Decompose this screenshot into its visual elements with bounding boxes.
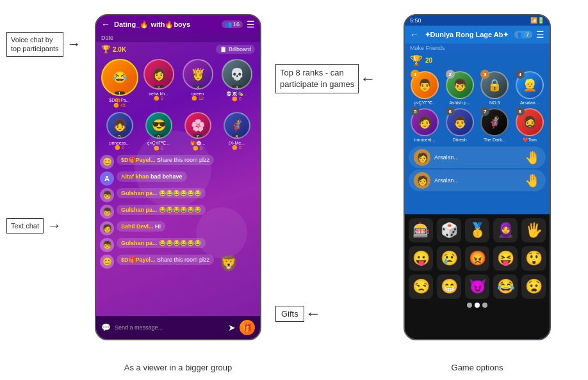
participant-avatar-6: 😎 6 [145,112,172,139]
participant-2[interactable]: 👩 2 neha kh... 🟠 0 [141,59,176,108]
arrow-right-icon: → [67,36,81,52]
gift-icon: 🎁 [243,323,252,332]
chat-text-4: Gulshan pa... 😂😂😂😂😂😂 [117,205,206,215]
phone1-bottom-label: As a viewer in a bigger group [95,363,261,372]
top8-annotation-group: Top 8 ranks - canparticipate in games ← [275,64,375,93]
participant-4[interactable]: 💀 4 💀☠️🎭... 🟠 0 [219,59,254,108]
game-icon-4[interactable]: 🧕 [493,218,518,242]
billboard-label: Billboard [229,46,251,52]
participant-6[interactable]: 😎 6 ç<ÇYΓ℃... 🟠 0 [141,112,176,151]
chat-message-1: 😊 $D🎁Payel... Share this room plzz [100,155,256,169]
participant-avatar-4: 💀 4 [222,59,252,90]
trophy-icon: 🏆 [101,45,111,54]
gift-img-1: 🤚 [525,150,541,165]
top8-rank-2: 2 [446,70,455,79]
chat-row2-name-1: Arsalan... [434,154,521,161]
gift-button[interactable]: 🎁 [240,320,255,335]
chat-row2-2: 🧑 Arsalan... 🤚 [409,170,546,191]
phone1-title: Dating_🔥 with🔥boys [114,20,218,29]
top8-item-5[interactable]: 🧑 5 innocent... [409,108,441,143]
game-icon-5[interactable]: 🖐 [521,218,546,242]
game-icon-6[interactable]: 😛 [409,246,433,271]
gifts-annotation-group: Gifts ← [275,305,321,322]
chat-message-2: A Altaf khan bad behave [100,171,256,186]
game-icon-2[interactable]: 🎲 [437,218,461,242]
top8-avatar-3: 🔒 3 [480,71,509,99]
chat-text-6: Gulshan pa... 😂😂😂😂😂😂 [117,238,206,248]
participant-name-2: neha kh... [141,91,176,96]
dot-indicator-2: 🟠 0 [154,96,163,101]
chat-avatar-5: 🧑 [100,221,114,235]
top8-item-1[interactable]: 👨 1 ç<ÇYΓ℃... [409,71,441,106]
page-dot-3 [482,303,487,308]
dot-indicator-3: 🟠 12 [192,96,204,101]
top8-item-8[interactable]: 🧔 8 ❤️Tom [514,108,546,143]
chat-content-1: Share this room plzz [157,157,209,163]
page: Voice chat bytop participants → Text cha… [0,0,588,380]
rank-badge-7: 7 [193,134,203,139]
people-icon: 👥 [225,21,232,28]
participant-avatar-7: 🌸 7 [184,112,211,139]
participant-8[interactable]: 🦸 8 (X-Me... 🟠 0 [219,112,254,151]
game-icon-3[interactable]: 🥇 [465,218,489,242]
trophy-count: 🏆 2.0K [101,45,126,54]
participant-name-7: 🎁🌸... [180,141,215,146]
participant-3[interactable]: 👸 3 queen 🟠 12 [180,59,215,108]
game-icon-10[interactable]: 😲 [521,246,546,271]
back-icon[interactable]: ← [101,19,110,29]
top8-item-7[interactable]: 🦸 7 The Dark... [478,108,511,143]
chat-content-3: 😂😂😂😂😂😂 [159,190,201,196]
dot-indicator-8: 🟠 0 [232,145,241,150]
chat-username-5: Sahil Devl... [121,223,155,230]
rank-badge-3: 3 [193,85,203,90]
game-icon-1[interactable]: 🎰 [409,218,433,242]
top8-item-3[interactable]: 🔒 3 NO.3 [478,71,511,106]
top8-rank-4: 4 [516,70,525,79]
participant-1[interactable]: 😂 1 $D🎁Pa... 🟠 45 [102,59,137,108]
phone2-back-icon[interactable]: ← [410,29,419,40]
top8-item-4[interactable]: 👱 4 Arsalan... [514,71,546,106]
chat-content-5: Hi [155,223,161,230]
game-icon-14[interactable]: 😂 [493,274,518,299]
game-icon-11[interactable]: 😒 [409,274,433,299]
phone2-bottom-label: Game options [404,363,551,372]
phone2-people-icon: 👥 [518,31,525,38]
rank-badge-8: 8 [232,134,242,139]
participants-row2: 👧 5 princess... 🟠 0 😎 6 ç<ÇYΓ℃... 🟠 0 🌸 … [96,111,260,152]
phone2-status-bar: 5:50 📶🔋 [405,15,550,26]
chat-username-7: $D🎁Payel... [121,257,157,263]
top8-name-7: The Dark... [478,138,510,142]
input-placeholder[interactable]: Send a message... [115,324,224,331]
game-icon-13[interactable]: 😈 [465,274,489,299]
chat-avatar-7: 😊 [100,255,114,269]
menu-icon[interactable]: ☰ [247,19,255,29]
participant-5[interactable]: 👧 5 princess... 🟠 0 [102,112,137,151]
participant-avatar-3: 👸 3 [183,59,213,90]
game-icon-7[interactable]: 😢 [437,246,461,271]
text-chat-annotation: Text chat → [6,218,61,234]
phone2-header: ← ✦Duniya Rong Lage Ab✦ 👥 7 ☰ [405,26,550,44]
top8-rank-5: 5 [411,107,420,116]
phone2-subtitle: Make Friends [405,44,550,52]
rank-badge-5: 5 [115,134,125,139]
top8-avatar-1: 👨 1 [411,71,439,99]
phone2-menu-icon[interactable]: ☰ [536,29,544,40]
chat-avatar-4: 👦 [100,205,114,219]
game-icon-9[interactable]: 😝 [493,246,518,271]
game-icon-8[interactable]: 😡 [465,246,489,271]
phone1-header: ← Dating_🔥 with🔥boys 👥 16 ☰ [96,15,260,33]
gift-img-2: 🤚 [525,173,541,188]
send-button[interactable]: ➤ [228,322,236,333]
chat-input-bar: 💬 Send a message... ➤ 🎁 [96,316,260,339]
game-icon-15[interactable]: 😧 [521,274,546,299]
dot-indicator-1: 🟠 45 [113,103,126,108]
billboard-button[interactable]: 📋 Billboard [216,45,255,54]
top8-item-2[interactable]: 👦 2 Ashish p... [444,71,477,106]
participant-7[interactable]: 🌸 7 🎁🌸... 🟠 0 [180,112,215,151]
rank-badge-2: 2 [154,85,164,90]
game-icon-12[interactable]: 😁 [437,274,461,299]
chat-text-1: $D🎁Payel... Share this room plzz [117,155,214,165]
dot-indicator-5: 🟠 0 [115,145,124,150]
top8-item-6[interactable]: 👨 6 Dinesh [444,108,477,143]
top8-rank-6: 6 [446,107,455,116]
